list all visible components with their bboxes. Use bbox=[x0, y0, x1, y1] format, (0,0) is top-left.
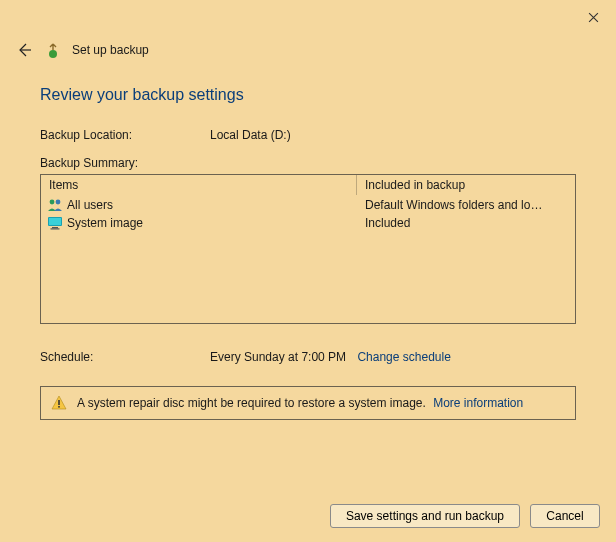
svg-rect-7 bbox=[58, 400, 60, 405]
info-text-wrap: A system repair disc might be required t… bbox=[77, 396, 523, 410]
cancel-button[interactable]: Cancel bbox=[530, 504, 600, 528]
schedule-row: Schedule: Every Sunday at 7:00 PM Change… bbox=[40, 350, 576, 364]
item-included: Default Windows folders and lo… bbox=[357, 198, 575, 212]
schedule-label: Schedule: bbox=[40, 350, 210, 364]
save-run-backup-button[interactable]: Save settings and run backup bbox=[330, 504, 520, 528]
item-name: All users bbox=[67, 198, 113, 212]
svg-rect-8 bbox=[58, 406, 60, 408]
arrow-left-icon bbox=[16, 42, 32, 58]
back-button[interactable] bbox=[14, 40, 34, 60]
content-area: Review your backup settings Backup Locat… bbox=[40, 86, 576, 420]
backup-summary-label: Backup Summary: bbox=[40, 156, 210, 170]
close-button[interactable] bbox=[584, 8, 602, 26]
header-bar: Set up backup bbox=[14, 40, 149, 60]
svg-point-2 bbox=[56, 200, 61, 205]
item-included: Included bbox=[357, 216, 575, 230]
backup-summary-row: Backup Summary: bbox=[40, 156, 576, 170]
col-header-included[interactable]: Included in backup bbox=[357, 175, 575, 195]
backup-location-label: Backup Location: bbox=[40, 128, 210, 142]
window-title: Set up backup bbox=[72, 43, 149, 57]
more-info-link[interactable]: More information bbox=[433, 396, 523, 410]
close-icon bbox=[588, 12, 599, 23]
col-header-items[interactable]: Items bbox=[41, 175, 357, 195]
page-title: Review your backup settings bbox=[40, 86, 576, 104]
backup-app-icon bbox=[44, 41, 62, 59]
summary-table: Items Included in backup All users bbox=[40, 174, 576, 324]
svg-rect-5 bbox=[52, 227, 58, 228]
schedule-value: Every Sunday at 7:00 PM bbox=[210, 350, 346, 364]
users-icon bbox=[47, 197, 63, 213]
monitor-icon bbox=[47, 215, 63, 231]
footer-buttons: Save settings and run backup Cancel bbox=[330, 504, 600, 528]
change-schedule-link[interactable]: Change schedule bbox=[357, 350, 450, 364]
info-box: A system repair disc might be required t… bbox=[40, 386, 576, 420]
info-text: A system repair disc might be required t… bbox=[77, 396, 426, 410]
svg-rect-4 bbox=[49, 218, 61, 225]
table-row[interactable]: All users Default Windows folders and lo… bbox=[41, 196, 575, 214]
table-header: Items Included in backup bbox=[41, 175, 575, 196]
warning-icon bbox=[51, 395, 67, 411]
table-row[interactable]: System image Included bbox=[41, 214, 575, 232]
svg-point-1 bbox=[50, 200, 55, 205]
table-body: All users Default Windows folders and lo… bbox=[41, 196, 575, 323]
item-name: System image bbox=[67, 216, 143, 230]
svg-point-0 bbox=[49, 50, 57, 58]
backup-location-row: Backup Location: Local Data (D:) bbox=[40, 128, 576, 142]
backup-location-value: Local Data (D:) bbox=[210, 128, 576, 142]
svg-rect-6 bbox=[51, 228, 60, 229]
